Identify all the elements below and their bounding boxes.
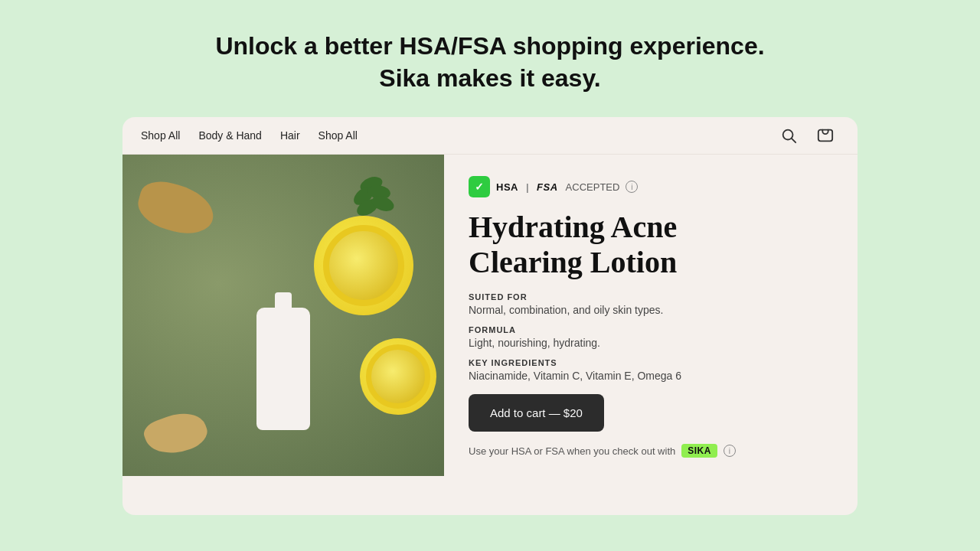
ginger-decoration-1: [141, 406, 211, 462]
checkout-note-text: Use your HSA or FSA when you check out w…: [469, 445, 675, 457]
nav-hair[interactable]: Hair: [280, 129, 300, 142]
nav-shop-all-1[interactable]: Shop All: [141, 129, 180, 142]
hsa-fsa-info-icon[interactable]: i: [626, 181, 638, 193]
formula-value: Light, nourishing, hydrating.: [469, 337, 833, 349]
cart-icon: [817, 127, 834, 144]
hero-line-2: Sika makes it easy.: [379, 64, 600, 92]
product-title-line2: Clearing Lotion: [469, 245, 677, 279]
product-image: [122, 155, 444, 476]
hero-line-1: Unlock a better HSA/FSA shopping experie…: [215, 32, 764, 60]
product-title-line1: Hydrating Acne: [469, 210, 677, 244]
ingredients-label: KEY INGREDIENTS: [469, 358, 833, 367]
ginger-decoration-2: [133, 176, 219, 240]
product-section: ✓ HSA | FSA ACCEPTED i Hydrating Acne Cl…: [122, 155, 858, 515]
formula-label: FORMULA: [469, 325, 833, 334]
main-card: Shop All Body & Hand Hair Shop All: [122, 117, 858, 515]
checkout-note: Use your HSA or FSA when you check out w…: [469, 444, 833, 458]
product-image-container: [122, 155, 444, 515]
pipe-separator: |: [526, 181, 529, 193]
lemon-medium: [360, 338, 436, 415]
add-to-cart-button[interactable]: Add to cart — $20: [469, 394, 604, 432]
formula-group: FORMULA Light, nourishing, hydrating.: [469, 325, 833, 349]
product-attributes: SUITED FOR Normal, combination, and oily…: [469, 292, 833, 382]
nav-icons: [775, 122, 839, 149]
svg-rect-2: [818, 130, 832, 142]
hero-section: Unlock a better HSA/FSA shopping experie…: [200, 0, 779, 117]
leaves-decoration: [352, 178, 398, 239]
search-button[interactable]: [775, 122, 802, 149]
svg-line-1: [792, 139, 795, 142]
accepted-label: ACCEPTED: [566, 181, 620, 193]
suited-for-group: SUITED FOR Normal, combination, and oily…: [469, 292, 833, 316]
nav-shop-all-2[interactable]: Shop All: [318, 129, 358, 142]
sika-badge: SIKA: [681, 444, 717, 458]
cart-button[interactable]: [812, 122, 839, 149]
ingredients-group: KEY INGREDIENTS Niacinamide, Vitamin C, …: [469, 358, 833, 382]
nav-links: Shop All Body & Hand Hair Shop All: [141, 129, 839, 142]
fsa-label: FSA: [537, 181, 558, 193]
check-icon: ✓: [469, 176, 490, 197]
lotion-bottle: [256, 308, 310, 430]
suited-for-value: Normal, combination, and oily skin types…: [469, 304, 833, 316]
search-icon: [780, 127, 797, 144]
hsa-label: HSA: [496, 181, 518, 193]
sika-info-icon[interactable]: i: [724, 445, 736, 457]
ingredients-value: Niacinamide, Vitamin C, Vitamin E, Omega…: [469, 370, 833, 382]
hero-title: Unlock a better HSA/FSA shopping experie…: [215, 31, 764, 94]
product-info: ✓ HSA | FSA ACCEPTED i Hydrating Acne Cl…: [444, 155, 858, 515]
suited-for-label: SUITED FOR: [469, 292, 833, 302]
nav-body-hand[interactable]: Body & Hand: [198, 129, 262, 142]
hsa-fsa-badge: ✓ HSA | FSA ACCEPTED i: [469, 176, 833, 197]
product-title: Hydrating Acne Clearing Lotion: [469, 210, 833, 280]
nav-bar: Shop All Body & Hand Hair Shop All: [122, 117, 858, 155]
